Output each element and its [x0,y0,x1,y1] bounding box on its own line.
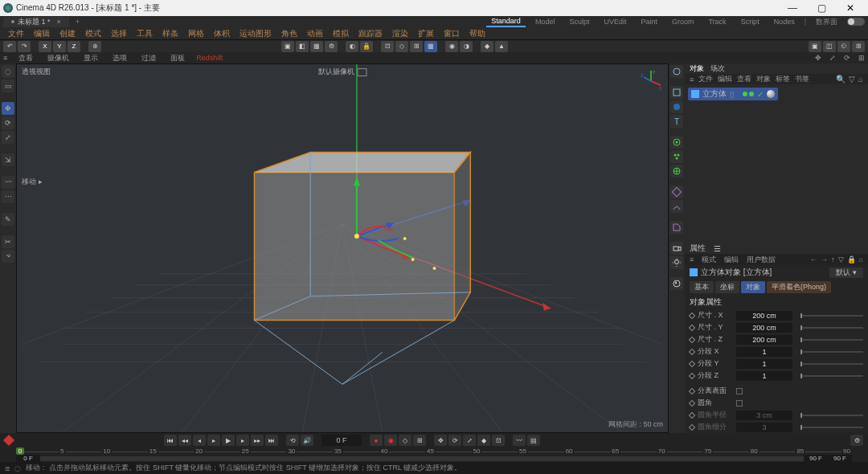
fcurve-button[interactable]: 〰 [513,435,526,446]
move-tool[interactable]: ✥ [2,102,14,115]
recent-tools-button[interactable]: ⋯ [2,190,14,203]
attr-lock-icon[interactable]: 🔒 [847,255,856,264]
menu-character[interactable]: 角色 [276,27,302,40]
spline-text-icon[interactable]: T [670,115,683,128]
generator-subdivision-icon[interactable] [670,136,683,149]
menu-volume[interactable]: 体积 [209,27,235,40]
attr-filter-icon[interactable]: ▽ [838,255,844,264]
layout-script[interactable]: Script [736,17,764,27]
keyframe-dot-icon[interactable] [689,312,695,318]
vp-menu-camera[interactable]: 摄像机 [44,53,72,63]
attr-layers-icon[interactable]: ☰ [714,244,721,253]
layout-groom[interactable]: Groom [667,17,699,27]
tab-close-icon[interactable]: × [57,18,61,26]
key-mode-button[interactable]: ⊞ [413,435,426,446]
vp-menu-display[interactable]: 显示 [80,53,101,63]
knife-tool[interactable]: ✂ [2,235,14,248]
picture-viewer-button[interactable]: ▣ [809,41,821,52]
maximize-button[interactable]: ▢ [807,0,836,16]
snap-point-button[interactable]: ◇ [395,41,408,52]
visibility-dots[interactable] [743,92,754,96]
cube-object[interactable] [254,153,470,385]
vp-redshift-label[interactable]: Redshift [196,54,223,62]
hpb-button[interactable]: ◐ [346,41,358,52]
field-value-input[interactable]: 200 cm [736,311,792,321]
audio-button[interactable]: 🔊 [301,435,313,446]
snap-grid-button[interactable]: ⊞ [410,41,423,52]
redo-button[interactable]: ↷ [18,41,31,52]
symmetry-button[interactable]: ◑ [460,41,473,52]
attr-tab-phong[interactable]: 平滑着色(Phong) [767,281,831,293]
vp-nav-layout-icon[interactable]: ⊞ [858,54,865,62]
layout-sculpt[interactable]: Sculpt [564,17,594,27]
om-home-icon[interactable]: ⌂ [858,75,863,84]
primitive-sphere-icon[interactable] [670,100,683,113]
hamburger-icon[interactable]: ≡ [3,54,7,62]
axis-z-toggle[interactable]: Z [68,41,80,52]
hamburger-icon[interactable]: ≡ [690,255,694,264]
axis-lock-button[interactable]: 🔒 [360,41,373,52]
keyframe-dot-icon[interactable] [689,348,695,354]
attr-tab-object[interactable]: 对象 [741,281,765,293]
om-menu-tags[interactable]: 标签 [776,74,790,84]
menu-tracker[interactable]: 跟踪器 [354,27,387,40]
keyframe-dot-icon[interactable] [689,399,695,406]
snap-toggle-button[interactable]: ⊡ [381,41,394,52]
rect-select-tool[interactable]: ▭ [2,80,14,92]
light-icon[interactable] [670,256,683,269]
timeline-playhead[interactable]: 0 [16,447,24,455]
om-menu-view[interactable]: 查看 [737,74,751,84]
attr-menu-edit[interactable]: 编辑 [724,255,739,265]
dark-mode-switch[interactable] [847,18,865,26]
vp-menu-view[interactable]: 查看 [15,53,36,63]
axis-y-toggle[interactable]: Y [53,41,66,52]
key-pos-button[interactable]: ✥ [434,435,447,446]
keyframe-dot-icon[interactable] [689,336,695,342]
goto-end-button[interactable]: ⏭ [265,435,278,446]
layout-uvedit[interactable]: UVEdit [599,17,631,27]
keyframe-dot-icon[interactable] [689,423,695,430]
loop-button[interactable]: ⟲ [286,435,299,446]
hamburger-icon[interactable]: ≡ [690,76,694,84]
menu-render[interactable]: 渲染 [387,27,413,40]
live-select-tool[interactable]: ◌ [2,65,14,78]
workplane-button[interactable]: ▦ [424,41,437,52]
rotate-tool[interactable]: ⟳ [2,116,14,129]
soft-select-button[interactable]: ◉ [445,41,458,52]
attr-tab-basic[interactable]: 基本 [690,281,714,293]
autokey-button[interactable]: ◉ [384,435,397,446]
field-slider[interactable] [800,339,863,341]
attribute-mode-select[interactable]: 默认 ▾ [829,268,863,278]
menu-tools[interactable]: 工具 [132,27,158,40]
layout-standard[interactable]: Standard [486,16,526,27]
close-button[interactable]: ✕ [836,0,865,16]
menu-mograph[interactable]: 运动图形 [235,27,276,40]
prev-key-button[interactable]: ◂◂ [178,435,191,446]
render-pv-button[interactable]: ▦ [310,41,323,52]
menu-spline[interactable]: 样条 [158,27,183,40]
field-value-input[interactable]: 200 cm [736,323,792,333]
field-value-input[interactable]: 1 [736,371,792,381]
status-menu-icon[interactable]: ≡ [5,464,10,473]
camera-icon[interactable] [670,242,683,255]
layout-nodes[interactable]: Nodes [769,17,800,27]
perspective-viewport[interactable]: 透视视图 默认摄像机 移动 ▸ [16,63,669,433]
spline-pen-tool[interactable]: 〰 [2,176,14,189]
goto-start-button[interactable]: ⏮ [164,435,177,446]
scale-tool[interactable]: ⤢ [2,131,14,144]
material-manager-button[interactable]: ◫ [823,41,836,52]
attr-tab-coord[interactable]: 坐标 [715,281,739,293]
keyframe-indicator-icon[interactable] [3,435,14,446]
tag-icon[interactable] [670,221,683,234]
range-start-input[interactable]: 0 F [16,455,40,462]
new-tab-button[interactable]: + [71,18,84,26]
field-slider[interactable] [800,351,863,353]
attr-nav-fwd-icon[interactable]: → [821,255,828,264]
timeline-rangebar[interactable]: 0 F 90 F 90 F [0,455,868,462]
layout-button[interactable]: ⊞ [852,41,865,52]
field-icon[interactable] [670,186,683,198]
coord-system-button[interactable]: ⊕ [88,41,101,52]
layout-model[interactable]: Model [530,17,560,27]
attr-home-icon[interactable]: ⌂ [859,255,863,264]
vp-menu-filter[interactable]: 过滤 [138,53,159,63]
